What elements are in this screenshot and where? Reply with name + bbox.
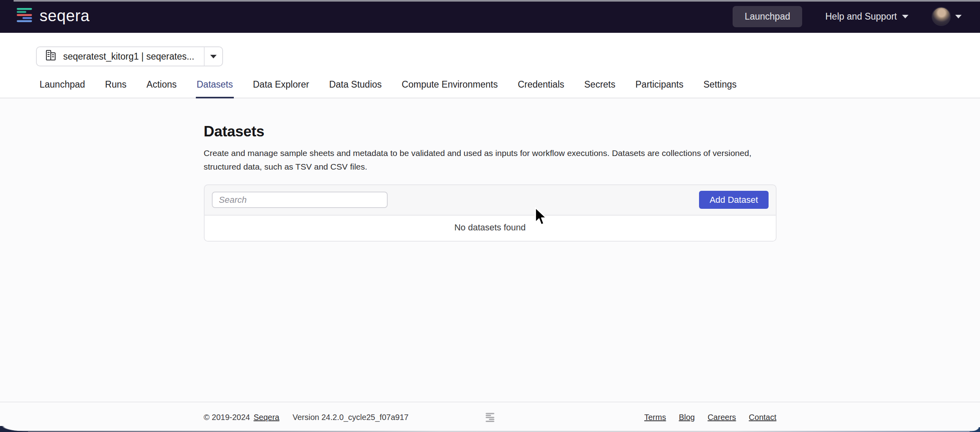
tab-compute-environments[interactable]: Compute Environments bbox=[401, 79, 498, 98]
page-footer: © 2019-2024 Seqera Version 24.2.0_cycle2… bbox=[0, 402, 980, 432]
chevron-down-icon bbox=[210, 55, 217, 58]
window-corner-bottom-left bbox=[0, 426, 28, 432]
tab-launchpad[interactable]: Launchpad bbox=[39, 79, 86, 98]
launchpad-button[interactable]: Launchpad bbox=[733, 6, 802, 27]
organization-building-icon bbox=[45, 49, 57, 64]
seqera-mark-icon bbox=[485, 412, 495, 422]
workspace-selector-main[interactable]: seqeratest_kitorg1 | seqerates... bbox=[37, 47, 204, 66]
datasets-toolbar: Add Dataset bbox=[205, 185, 776, 215]
tab-participants[interactable]: Participants bbox=[635, 79, 684, 98]
tab-runs[interactable]: Runs bbox=[104, 79, 127, 98]
chevron-down-icon bbox=[955, 15, 962, 18]
contact-link[interactable]: Contact bbox=[749, 413, 777, 422]
careers-link[interactable]: Careers bbox=[707, 413, 736, 422]
avatar[interactable] bbox=[932, 7, 951, 26]
search-input[interactable] bbox=[212, 192, 388, 208]
workspace-selector-label: seqeratest_kitorg1 | seqerates... bbox=[63, 51, 194, 62]
empty-state-message: No datasets found bbox=[205, 215, 776, 241]
seqera-logo-text: seqera bbox=[40, 8, 90, 25]
datasets-panel: Add Dataset No datasets found bbox=[204, 184, 777, 242]
version-text: Version 24.2.0_cycle25_f07a917 bbox=[293, 413, 408, 422]
top-navbar: seqera Launchpad Help and Support bbox=[0, 0, 980, 33]
workspace-selector[interactable]: seqeratest_kitorg1 | seqerates... bbox=[36, 46, 223, 66]
footer-links: Terms Blog Careers Contact bbox=[644, 413, 777, 422]
terms-link[interactable]: Terms bbox=[644, 413, 666, 422]
tab-secrets[interactable]: Secrets bbox=[584, 79, 616, 98]
copyright-text: © 2019-2024 bbox=[204, 413, 250, 422]
help-and-support-label: Help and Support bbox=[825, 11, 897, 22]
workspace-subheader: seqeratest_kitorg1 | seqerates... Launch… bbox=[0, 33, 980, 98]
user-menu[interactable] bbox=[932, 7, 962, 26]
tab-actions[interactable]: Actions bbox=[146, 79, 177, 98]
workspace-selector-dropdown[interactable] bbox=[204, 47, 222, 66]
footer-copyright-group: © 2019-2024 Seqera Version 24.2.0_cycle2… bbox=[204, 413, 409, 422]
blog-link[interactable]: Blog bbox=[679, 413, 695, 422]
help-and-support-menu[interactable]: Help and Support bbox=[825, 11, 908, 22]
tab-credentials[interactable]: Credentials bbox=[517, 79, 565, 98]
tab-data-studios[interactable]: Data Studios bbox=[328, 79, 382, 98]
navbar-right-group: Launchpad Help and Support bbox=[733, 6, 962, 27]
chevron-down-icon bbox=[902, 15, 908, 18]
page-title: Datasets bbox=[204, 123, 777, 140]
seqera-logo[interactable]: seqera bbox=[15, 7, 90, 26]
window-top-edge bbox=[14, 0, 980, 2]
tab-datasets[interactable]: Datasets bbox=[196, 79, 234, 98]
workspace-tabs: Launchpad Runs Actions Datasets Data Exp… bbox=[0, 79, 980, 98]
tab-settings[interactable]: Settings bbox=[703, 79, 737, 98]
page-description: Create and manage sample sheets and meta… bbox=[204, 146, 777, 174]
main-content: Datasets Create and manage sample sheets… bbox=[0, 123, 980, 242]
tab-data-explorer[interactable]: Data Explorer bbox=[252, 79, 310, 98]
window-corner-bottom-right bbox=[970, 427, 980, 432]
seqera-footer-link[interactable]: Seqera bbox=[253, 413, 279, 422]
seqera-logo-icon bbox=[15, 7, 34, 26]
add-dataset-button[interactable]: Add Dataset bbox=[699, 191, 768, 209]
